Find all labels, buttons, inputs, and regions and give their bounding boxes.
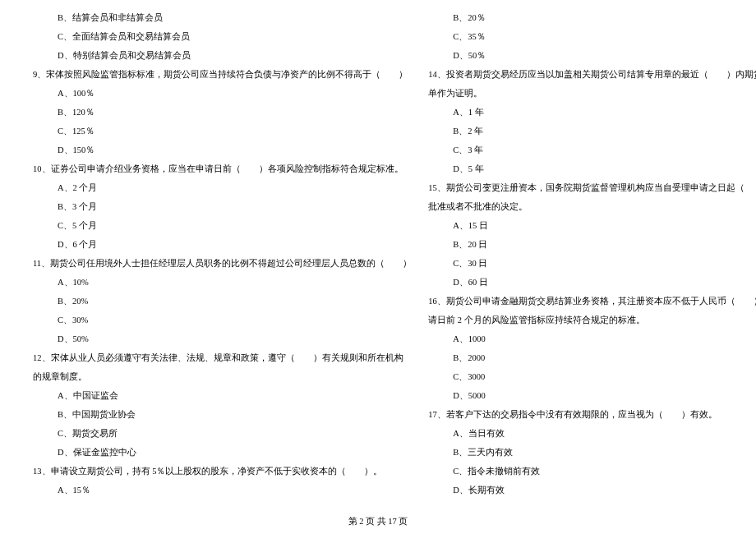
q10-option-d: D、6 个月	[33, 235, 412, 254]
q8-option-b: B、结算会员和非结算会员	[33, 8, 412, 27]
q11-option-a: A、10%	[33, 273, 412, 292]
q15-stem: 15、期货公司变更注册资本，国务院期货监督管理机构应当自受理申请之日起（ ）内做…	[428, 178, 756, 197]
q12-stem: 12、宋体从业人员必须遵守有关法律、法规、规章和政策，遵守（ ）有关规则和所在机…	[33, 348, 412, 367]
q17-stem: 17、若客户下达的交易指令中没有有效期限的，应当视为（ ）有效。	[428, 405, 756, 424]
q17-option-c: C、指令未撤销前有效	[428, 462, 756, 481]
q8-option-d: D、特别结算会员和交易结算会员	[33, 46, 412, 65]
q12-option-b: B、中国期货业协会	[33, 405, 412, 424]
left-column: B、结算会员和非结算会员 C、全面结算会员和交易结算会员 D、特别结算会员和交易…	[33, 8, 412, 501]
q17-option-a: A、当日有效	[428, 424, 756, 443]
q15-option-b: B、20 日	[428, 235, 756, 254]
q14-option-c: C、3 年	[428, 140, 756, 159]
q16-option-b: B、2000	[428, 348, 756, 367]
q9-option-d: D、150％	[33, 140, 412, 159]
q9-option-b: B、120％	[33, 103, 412, 122]
q16-option-d: D、5000	[428, 386, 756, 405]
q15-option-a: A、15 日	[428, 216, 756, 235]
q15-stem-2: 批准或者不批准的决定。	[428, 197, 756, 216]
two-column-layout: B、结算会员和非结算会员 C、全面结算会员和交易结算会员 D、特别结算会员和交易…	[33, 8, 723, 501]
q9-stem: 9、宋体按照风险监管指标标准，期货公司应当持续符合负债与净资产的比例不得高于（ …	[33, 65, 412, 84]
q16-option-c: C、3000	[428, 367, 756, 386]
q16-stem: 16、期货公司申请金融期货交易结算业务资格，其注册资本应不低于人民币（ ）万元，…	[428, 292, 756, 311]
q10-option-b: B、3 个月	[33, 197, 412, 216]
q17-option-d: D、长期有效	[428, 481, 756, 499]
q12-option-c: C、期货交易所	[33, 424, 412, 443]
q11-option-b: B、20%	[33, 292, 412, 311]
q11-stem: 11、期货公司任用境外人士担任经理层人员职务的比例不得超过公司经理层人员总数的（…	[33, 254, 412, 273]
q13-option-b: B、20％	[428, 8, 756, 27]
q14-option-b: B、2 年	[428, 122, 756, 140]
q11-option-d: D、50%	[33, 329, 412, 348]
q17-option-b: B、三天内有效	[428, 443, 756, 462]
q15-option-c: C、30 日	[428, 254, 756, 273]
q14-stem: 14、投资者期货交易经历应当以加盖相关期货公司结算专用章的最近（ ）内期货交易结…	[428, 65, 756, 84]
page-footer: 第 2 页 共 17 页	[0, 516, 756, 527]
q9-option-a: A、100％	[33, 84, 412, 103]
q15-option-d: D、60 日	[428, 273, 756, 292]
q11-option-c: C、30%	[33, 311, 412, 329]
q13-option-a: A、15％	[33, 481, 412, 499]
q8-option-c: C、全面结算会员和交易结算会员	[33, 27, 412, 46]
q12-option-d: D、保证金监控中心	[33, 443, 412, 462]
q13-option-c: C、35％	[428, 27, 756, 46]
q13-option-d: D、50％	[428, 46, 756, 65]
q12-stem-2: 的规章制度。	[33, 367, 412, 386]
q10-stem: 10、证券公司申请介绍业务资格，应当在申请日前（ ）各项风险控制指标符合规定标准…	[33, 159, 412, 178]
q14-stem-2: 单作为证明。	[428, 84, 756, 103]
q16-stem-2: 请日前 2 个月的风险监管指标应持续符合规定的标准。	[428, 311, 756, 329]
q9-option-c: C、125％	[33, 122, 412, 140]
q14-option-a: A、1 年	[428, 103, 756, 122]
q16-option-a: A、1000	[428, 329, 756, 348]
q10-option-a: A、2 个月	[33, 178, 412, 197]
q12-option-a: A、中国证监会	[33, 386, 412, 405]
q14-option-d: D、5 年	[428, 159, 756, 178]
right-column: B、20％ C、35％ D、50％ 14、投资者期货交易经历应当以加盖相关期货公…	[428, 8, 756, 501]
q13-stem: 13、申请设立期货公司，持有 5％以上股权的股东，净资产不低于实收资本的（ ）。	[33, 462, 412, 481]
q10-option-c: C、5 个月	[33, 216, 412, 235]
